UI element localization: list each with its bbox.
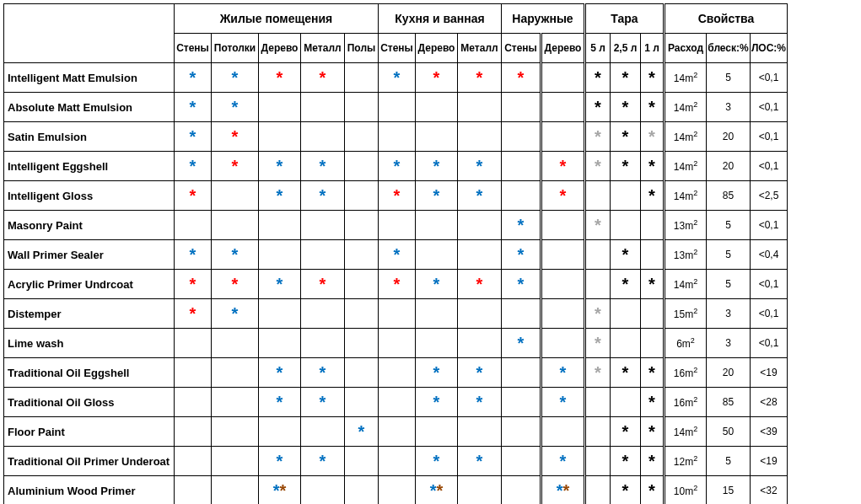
product-name: Traditional Oil Eggshell [4, 358, 175, 388]
cell [379, 447, 416, 476]
cell: * [259, 181, 301, 211]
cell [301, 240, 345, 270]
cell [175, 476, 212, 505]
subheader: Дерево [416, 34, 458, 63]
group-props: Свойства [665, 4, 788, 34]
prop-voc: <0,1 [751, 211, 788, 240]
cell [502, 388, 541, 417]
cell [175, 211, 212, 240]
cell: * [301, 447, 345, 476]
cell: * [175, 152, 212, 181]
cell [379, 93, 416, 122]
table-row: Acrylic Primer Undrcoat**********14m25<0… [4, 270, 788, 299]
cell: * [641, 122, 665, 152]
prop-coverage: 14m2 [665, 181, 707, 211]
cell [541, 329, 585, 358]
prop-gloss: 50 [707, 417, 751, 447]
product-name: Intelligent Matt Emulsion [4, 63, 175, 93]
cell: * [345, 417, 379, 447]
cell [541, 240, 585, 270]
prop-gloss: 85 [707, 181, 751, 211]
cell [345, 211, 379, 240]
cell: * [175, 299, 212, 329]
prop-gloss: 5 [707, 447, 751, 476]
table-row: Intelligent Gloss********14m285<2,5 [4, 181, 788, 211]
prop-gloss: 5 [707, 270, 751, 299]
cell [212, 417, 259, 447]
prop-coverage: 14m2 [665, 122, 707, 152]
cell: * [175, 122, 212, 152]
cell: * [611, 358, 641, 388]
cell: ** [416, 476, 458, 505]
prop-coverage: 6m2 [665, 329, 707, 358]
cell [541, 63, 585, 93]
prop-coverage: 14m2 [665, 63, 707, 93]
cell: * [301, 152, 345, 181]
subheader: ЛОС:% [751, 34, 788, 63]
cell [259, 93, 301, 122]
cell: * [611, 476, 641, 505]
cell: * [611, 417, 641, 447]
cell [611, 388, 641, 417]
cell: * [212, 240, 259, 270]
cell [301, 417, 345, 447]
cell: * [212, 63, 259, 93]
prop-gloss: 5 [707, 240, 751, 270]
subheader: Полы [345, 34, 379, 63]
subheader: Стены [175, 34, 212, 63]
cell: * [641, 358, 665, 388]
prop-gloss: 3 [707, 93, 751, 122]
subheader: Потолки [212, 34, 259, 63]
product-name: Lime wash [4, 329, 175, 358]
cell [212, 211, 259, 240]
cell: * [611, 270, 641, 299]
cell [416, 417, 458, 447]
cell: * [541, 388, 585, 417]
cell: * [379, 181, 416, 211]
cell [345, 447, 379, 476]
table-row: Intelligent Eggshell***********14m220<0,… [4, 152, 788, 181]
cell: * [641, 152, 665, 181]
prop-coverage: 13m2 [665, 211, 707, 240]
cell [585, 270, 611, 299]
cell: * [259, 152, 301, 181]
cell [585, 388, 611, 417]
cell: * [259, 63, 301, 93]
table-row: Aluminium Wood Primer********10m215<32 [4, 476, 788, 505]
cell: * [541, 358, 585, 388]
cell: * [175, 240, 212, 270]
cell: * [175, 93, 212, 122]
cell: * [458, 358, 502, 388]
cell [345, 329, 379, 358]
cell: * [212, 299, 259, 329]
cell: * [541, 447, 585, 476]
cell [175, 417, 212, 447]
subheader: Дерево [259, 34, 301, 63]
cell [502, 358, 541, 388]
prop-coverage: 10m2 [665, 476, 707, 505]
cell [416, 122, 458, 152]
cell [416, 299, 458, 329]
cell [541, 211, 585, 240]
product-name: Satin Emulsion [4, 122, 175, 152]
prop-gloss: 15 [707, 476, 751, 505]
cell [502, 122, 541, 152]
cell [259, 417, 301, 447]
cell [345, 122, 379, 152]
cell [345, 358, 379, 388]
cell: * [175, 181, 212, 211]
prop-coverage: 16m2 [665, 388, 707, 417]
group-kitchen: Кухня и ванная [379, 4, 502, 34]
cell [379, 211, 416, 240]
prop-coverage: 13m2 [665, 240, 707, 270]
cell [259, 299, 301, 329]
cell [641, 240, 665, 270]
subheader: Дерево [541, 34, 585, 63]
product-name: Intelligent Eggshell [4, 152, 175, 181]
cell: * [611, 63, 641, 93]
cell: * [458, 152, 502, 181]
cell [502, 447, 541, 476]
prop-coverage: 14m2 [665, 270, 707, 299]
cell: * [611, 122, 641, 152]
cell: * [175, 270, 212, 299]
